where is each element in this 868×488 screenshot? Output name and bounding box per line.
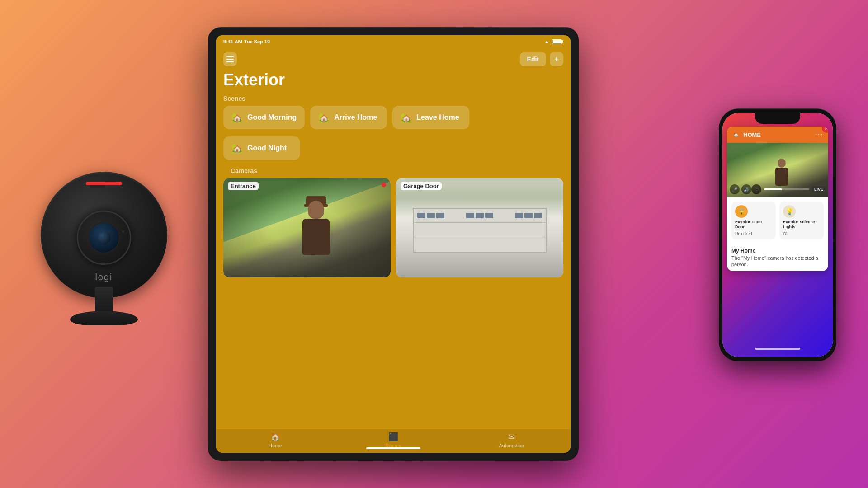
scene-icon-arrive-home: 🏡 [318,112,330,123]
tab-rooms-icon: ⬛ [388,432,398,442]
iphone-home-app-icon: 🏠 [731,130,741,139]
add-button[interactable]: + [550,52,563,66]
accessory-lock-icon: 🔒 [735,205,748,218]
garage-window [466,213,474,218]
status-time: 9:41 AM [223,39,242,44]
iphone-card-app-name: HOME [743,131,761,138]
notification-message: The "My Home" camera has detected a pers… [731,255,824,268]
status-date: Tue Sep 10 [244,39,270,44]
scene-name-leave-home: Leave Home [416,113,459,122]
iphone-volume-button[interactable]: 🔊 [741,184,751,194]
tab-home-label: Home [269,443,282,448]
cameras-section: Cameras Entrance [216,167,571,277]
camera-live-indicator [382,183,386,187]
edit-button[interactable]: Edit [520,52,546,66]
camera-feed-entrance [223,178,391,277]
accessory-lights-icon: 💡 [783,205,796,218]
iphone-accessory-lights[interactable]: 💡 Exterior Science Lights Off [779,202,824,239]
iphone-accessory-lock[interactable]: 🔒 Exterior Front Door Unlocked [731,202,776,239]
camera-lens-core [97,231,111,244]
ipad-device: 9:41 AM Tue Sep 10 ▲ [208,27,579,461]
camera-dot-left [77,230,79,233]
tab-home-icon: 🏠 [270,432,280,442]
garage-window [485,213,493,218]
scene-name-good-morning: Good Morning [247,113,297,122]
camera-stand [68,289,140,325]
ipad-frame: 9:41 AM Tue Sep 10 ▲ [208,27,579,461]
accessory-lock-name: Exterior Front Door [735,220,772,230]
accessory-lights-status: Off [783,231,788,236]
iphone-accessories-row: 🔒 Exterior Front Door Unlocked 💡 Exterio… [727,197,828,244]
iphone-mic-vol-group: 🎤 🔊 [730,184,751,194]
scene-icon-leave-home: 🏡 [401,112,412,123]
camera-card-garage[interactable]: Garage Door [396,178,563,277]
scene-card-good-night[interactable]: 🏡 Good Night [223,136,300,160]
camera-feed-garage [396,178,563,277]
camera-stand-neck [95,287,113,312]
garage-window [524,213,533,218]
camera-dot-right [122,230,124,233]
scene-icon-good-morning: 🏡 [231,112,243,123]
iphone-preview-controls: 🎤 🔊 ⏸ LIVE [730,184,826,194]
camera-label-entrance: Entrance [228,182,259,190]
menu-line-3 [226,61,234,62]
scene-card-arrive-home[interactable]: 🏡 Arrive Home [310,106,387,129]
garage-panel-1 [414,209,546,223]
garage-window [417,213,425,218]
person-figure [293,201,339,273]
wifi-icon: ▲ [544,39,549,44]
scene-name-arrive-home: Arrive Home [334,113,377,122]
garage-window [436,213,444,218]
tab-scroll-indicator [366,447,420,449]
scene-card-good-morning[interactable]: 🏡 Good Morning [223,106,305,129]
tab-home[interactable]: 🏠 Home [216,432,334,448]
camera-indicator-light [86,182,122,185]
scenes-grid: 🏡 Good Morning 🏡 Arrive Home 🏡 Leave Hom… [216,106,571,136]
camera-label-garage: Garage Door [401,182,442,190]
camera-lens-outer [77,211,131,265]
cameras-section-label: Cameras [223,167,563,178]
battery-indicator [552,39,563,44]
menu-button[interactable] [223,52,237,66]
tab-automation[interactable]: ✉ Automation [453,432,571,448]
iphone-card-more-dots[interactable]: ··· [815,131,824,139]
status-bar: 9:41 AM Tue Sep 10 ▲ [216,35,571,48]
iphone-seek-fill [764,188,782,190]
status-bar-right: ▲ [544,39,563,44]
status-bar-left: 9:41 AM Tue Sep 10 [223,39,270,44]
iphone-frame: 🏠 HOME ··· × [719,108,836,361]
garage-window [515,213,523,218]
iphone-seek-bar[interactable] [764,188,809,190]
scenes-grid-row2: 🏡 Good Night [216,136,571,167]
notification-app-name: My Home [731,248,824,254]
iphone-camera-preview: 🎤 🔊 ⏸ LIVE [727,143,828,197]
page-title: Exterior [216,70,571,95]
tab-bar: 🏠 Home ⬛ Rooms ✉ Automation [216,429,571,453]
garage-window [534,213,542,218]
accessory-lights-name: Exterior Science Lights [783,220,820,230]
scenes-section-label: Scenes [216,95,571,106]
iphone-pause-button[interactable]: ⏸ [751,184,761,194]
iphone-home-indicator[interactable] [755,348,800,350]
iphone-home-card[interactable]: 🏠 HOME ··· × [727,127,828,271]
camera-stand-base [70,311,138,325]
menu-line-1 [226,56,234,57]
camera-lens-inner [88,222,120,253]
iphone-mic-button[interactable]: 🎤 [730,184,740,194]
garage-panel-3 [414,237,546,251]
iphone-screen: 🏠 HOME ··· × [722,113,833,357]
iphone-live-badge: LIVE [812,186,826,192]
garage-door [413,208,547,253]
logi-camera-product: logi [18,99,190,325]
iphone-notch [755,113,800,124]
camera-card-entrance[interactable]: Entrance [223,178,391,277]
garage-window [476,213,484,218]
iphone-card-title-row: 🏠 HOME [731,130,761,139]
scene-card-leave-home[interactable]: 🏡 Leave Home [392,106,469,129]
person-head [308,201,324,219]
scene-icon-good-night: 🏡 [231,143,243,154]
tab-rooms[interactable]: ⬛ Rooms [334,432,452,448]
garage-window [427,213,435,218]
ipad-top-bar: Edit + [216,48,571,70]
scene-name-good-night: Good Night [247,144,287,152]
